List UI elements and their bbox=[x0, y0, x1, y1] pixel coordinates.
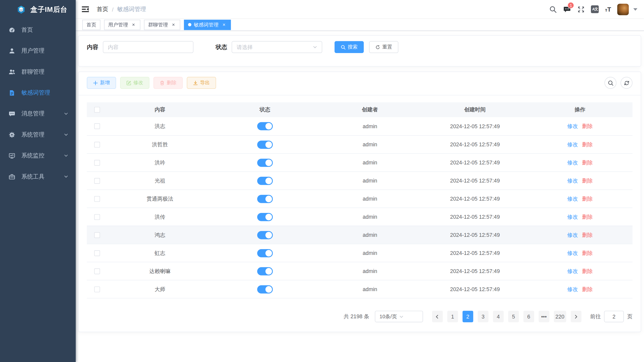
sidebar-item-2[interactable]: 群聊管理 bbox=[0, 61, 76, 82]
delete-link[interactable]: 删除 bbox=[582, 213, 593, 220]
content-value: 洪吟 bbox=[155, 159, 165, 166]
edit-link[interactable]: 修改 bbox=[567, 159, 578, 166]
status-toggle[interactable] bbox=[257, 231, 273, 239]
tab-2[interactable]: 群聊管理× bbox=[144, 20, 180, 30]
status-cell bbox=[212, 136, 317, 153]
row-checkbox[interactable] bbox=[94, 268, 100, 274]
message-icon[interactable]: 1 bbox=[563, 5, 571, 13]
close-icon[interactable]: × bbox=[131, 22, 136, 27]
delete-link[interactable]: 删除 bbox=[582, 195, 593, 202]
page-number-button[interactable]: 3 bbox=[478, 311, 488, 322]
search-icon[interactable] bbox=[549, 5, 557, 13]
edit-link[interactable]: 修改 bbox=[567, 122, 578, 130]
sidebar: 盒子IM后台 首页用户管理群聊管理敏感词管理消息管理系统管理系统监控系统工具 bbox=[0, 0, 76, 362]
app-logo[interactable]: 盒子IM后台 bbox=[0, 0, 76, 19]
avatar[interactable] bbox=[617, 4, 629, 15]
edit-link[interactable]: 修改 bbox=[567, 286, 578, 293]
delete-link[interactable]: 删除 bbox=[582, 141, 593, 148]
status-toggle[interactable] bbox=[257, 158, 273, 167]
sidebar-item-0[interactable]: 首页 bbox=[0, 19, 76, 40]
search-button[interactable]: 搜索 bbox=[334, 41, 364, 53]
page-number-button[interactable]: 6 bbox=[523, 311, 534, 322]
content-value: 洪志 bbox=[155, 122, 165, 130]
edit-link[interactable]: 修改 bbox=[567, 213, 578, 220]
row-checkbox[interactable] bbox=[94, 214, 100, 220]
delete-link[interactable]: 删除 bbox=[582, 286, 593, 293]
tab-0[interactable]: 首页 bbox=[82, 20, 100, 30]
table-header-row: 内容 状态 创建者 创建时间 操作 bbox=[87, 102, 632, 117]
page-jumper-input[interactable] bbox=[604, 311, 624, 322]
edit-link[interactable]: 修改 bbox=[567, 195, 578, 202]
content-input[interactable] bbox=[103, 41, 194, 53]
row-checkbox[interactable] bbox=[94, 196, 100, 202]
refresh-icon[interactable] bbox=[621, 77, 632, 89]
add-button[interactable]: 新增 bbox=[87, 77, 116, 89]
next-page-button[interactable] bbox=[571, 311, 581, 322]
row-checkbox[interactable] bbox=[94, 142, 100, 147]
sidebar-fold-icon[interactable] bbox=[82, 5, 89, 13]
chevron-down-icon[interactable] bbox=[633, 8, 637, 11]
sidebar-item-3[interactable]: 敏感词管理 bbox=[0, 82, 76, 103]
page-number-button[interactable]: 5 bbox=[508, 311, 519, 322]
row-checkbox[interactable] bbox=[94, 286, 100, 292]
reset-button[interactable]: 重置 bbox=[369, 41, 398, 53]
status-toggle[interactable] bbox=[257, 122, 273, 130]
status-toggle[interactable] bbox=[257, 285, 273, 293]
select-all-checkbox[interactable] bbox=[94, 107, 100, 113]
row-checkbox[interactable] bbox=[94, 160, 100, 165]
row-checkbox[interactable] bbox=[94, 123, 100, 129]
status-toggle[interactable] bbox=[257, 213, 273, 221]
page-size-select[interactable]: 10条/页 bbox=[375, 311, 423, 322]
status-toggle[interactable] bbox=[257, 176, 273, 185]
status-select[interactable]: 请选择 bbox=[232, 41, 322, 53]
close-icon[interactable]: × bbox=[171, 22, 176, 27]
pager-more-icon[interactable]: ••• bbox=[539, 311, 549, 322]
delete-link[interactable]: 删除 bbox=[582, 267, 593, 275]
row-checkbox[interactable] bbox=[94, 178, 100, 184]
main-area: 首页 / 敏感词管理 1 bbox=[76, 0, 644, 362]
close-icon[interactable]: × bbox=[221, 22, 227, 27]
sidebar-item-6[interactable]: 系统监控 bbox=[0, 145, 76, 166]
edit-link[interactable]: 修改 bbox=[567, 177, 578, 184]
sidebar-item-4[interactable]: 消息管理 bbox=[0, 103, 76, 124]
table-card: 新增 修改 删除 bbox=[78, 72, 641, 332]
sidebar-item-1[interactable]: 用户管理 bbox=[0, 40, 76, 61]
show-search-icon[interactable] bbox=[604, 77, 616, 89]
delete-link[interactable]: 删除 bbox=[582, 159, 593, 166]
edit-link[interactable]: 修改 bbox=[567, 267, 578, 275]
row-checkbox[interactable] bbox=[94, 250, 100, 256]
row-checkbox[interactable] bbox=[94, 232, 100, 238]
fullscreen-icon[interactable] bbox=[577, 5, 585, 13]
status-toggle[interactable] bbox=[257, 140, 273, 149]
edit-button[interactable]: 修改 bbox=[120, 77, 149, 89]
breadcrumb-home[interactable]: 首页 bbox=[97, 6, 108, 13]
font-size-icon[interactable]: тT bbox=[605, 6, 611, 13]
export-button[interactable]: 导出 bbox=[187, 77, 216, 89]
delete-link[interactable]: 删除 bbox=[582, 177, 593, 184]
sidebar-item-label: 系统工具 bbox=[21, 173, 64, 180]
status-toggle[interactable] bbox=[257, 249, 273, 257]
edit-link[interactable]: 修改 bbox=[567, 141, 578, 148]
page-number-button[interactable]: 220 bbox=[554, 311, 566, 322]
page-number-button[interactable]: 1 bbox=[447, 311, 458, 322]
created-time-value: 2024-12-05 12:57:49 bbox=[450, 268, 500, 274]
translate-icon[interactable]: A文 bbox=[591, 5, 599, 13]
tab-1[interactable]: 用户管理× bbox=[104, 20, 140, 30]
delete-link[interactable]: 删除 bbox=[582, 249, 593, 257]
page-number-button[interactable]: 4 bbox=[493, 311, 504, 322]
status-toggle[interactable] bbox=[257, 267, 273, 275]
monitor-icon bbox=[9, 152, 15, 159]
sidebar-item-5[interactable]: 系统管理 bbox=[0, 124, 76, 145]
sidebar-item-7[interactable]: 系统工具 bbox=[0, 166, 76, 187]
delete-button[interactable]: 删除 bbox=[154, 77, 183, 89]
content-cell: 大师 bbox=[107, 280, 212, 298]
topbar-actions: 1 A文 тT bbox=[549, 4, 637, 15]
status-toggle[interactable] bbox=[257, 195, 273, 203]
edit-link[interactable]: 修改 bbox=[567, 231, 578, 239]
page-number-button[interactable]: 2 bbox=[463, 311, 473, 322]
prev-page-button[interactable] bbox=[432, 311, 443, 322]
tab-3[interactable]: 敏感词管理× bbox=[184, 20, 231, 30]
delete-link[interactable]: 删除 bbox=[582, 231, 593, 239]
edit-link[interactable]: 修改 bbox=[567, 249, 578, 257]
delete-link[interactable]: 删除 bbox=[582, 122, 593, 130]
